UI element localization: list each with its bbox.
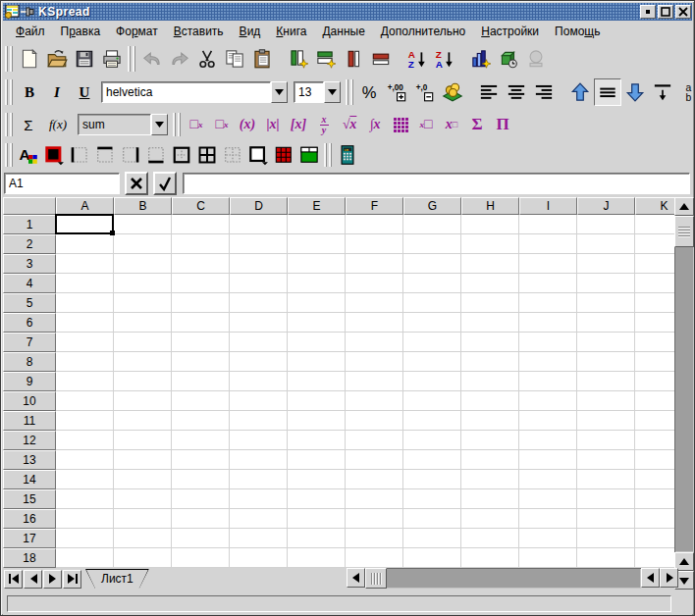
font-size-combobox[interactable]: 13: [294, 81, 341, 103]
insert-object-button[interactable]: [495, 45, 522, 73]
sort-descending-button[interactable]: ZA: [431, 45, 458, 73]
function-selector-dropdown-arrow-icon[interactable]: [151, 114, 168, 135]
new-document-button[interactable]: [16, 45, 43, 73]
border-none-button[interactable]: [220, 142, 245, 168]
confirm-button[interactable]: [153, 172, 177, 195]
column-header-F[interactable]: F: [346, 197, 403, 215]
column-header-B[interactable]: B: [114, 197, 172, 215]
square-root-template-button[interactable]: √x: [337, 112, 362, 137]
last-sheet-button[interactable]: [63, 570, 81, 589]
border-bottom-button[interactable]: [143, 142, 169, 168]
toolbar-handle[interactable]: [346, 79, 353, 106]
align-center-button[interactable]: [503, 78, 530, 106]
toolbar-handle[interactable]: [324, 143, 332, 166]
font-color-button[interactable]: A: [16, 142, 41, 168]
row-header-7[interactable]: 7: [3, 333, 56, 352]
row-header-15[interactable]: 15: [3, 489, 56, 509]
insert-row-button[interactable]: [312, 45, 340, 73]
fill-handle[interactable]: [110, 231, 115, 235]
row-header-9[interactable]: 9: [3, 372, 56, 391]
background-color-button[interactable]: [296, 142, 322, 168]
row-header-5[interactable]: 5: [3, 293, 56, 313]
menu-вид[interactable]: Вид: [233, 23, 268, 40]
row-header-6[interactable]: 6: [3, 313, 56, 333]
column-header-J[interactable]: J: [577, 197, 635, 215]
row-header-3[interactable]: 3: [3, 254, 56, 274]
italic-button[interactable]: I: [43, 78, 71, 106]
vertical-scroll-thumb[interactable]: [674, 216, 694, 247]
precision-minus-button[interactable]: +,0: [411, 78, 439, 106]
close-button[interactable]: [675, 5, 691, 19]
column-header-K[interactable]: K: [635, 197, 674, 215]
left-superscript-template-button[interactable]: x□: [413, 112, 439, 137]
menu-формат[interactable]: Формат: [109, 23, 165, 40]
bold-button[interactable]: B: [16, 78, 43, 106]
toolbar-handle[interactable]: [5, 79, 13, 106]
function-selector-combobox[interactable]: sum: [78, 114, 168, 135]
print-button[interactable]: [98, 45, 126, 73]
next-sheet-button[interactable]: [43, 570, 62, 589]
save-button[interactable]: [71, 45, 98, 73]
percent-button[interactable]: %: [356, 78, 384, 106]
right-superscript-template-button[interactable]: x□: [439, 112, 464, 137]
align-left-button[interactable]: [475, 78, 503, 106]
underline-button[interactable]: U: [71, 78, 98, 106]
menu-файл[interactable]: Файл: [9, 23, 52, 40]
scroll-left-button-right[interactable]: [641, 568, 660, 588]
border-style-button[interactable]: [245, 142, 271, 168]
insert-chart-button[interactable]: [467, 45, 495, 73]
formula-input[interactable]: [183, 173, 690, 194]
power-template-button[interactable]: □x: [184, 112, 209, 137]
row-header-11[interactable]: 11: [3, 411, 56, 431]
horizontal-scroll-thumb[interactable]: [365, 568, 387, 589]
matrix-template-button[interactable]: [388, 112, 413, 137]
active-cell-selection[interactable]: [55, 214, 114, 234]
border-all-button[interactable]: [194, 142, 220, 168]
product-template-button[interactable]: Π: [490, 112, 515, 137]
integral-template-button[interactable]: ∫x: [362, 112, 388, 137]
column-header-C[interactable]: C: [172, 197, 230, 215]
redo-button[interactable]: [166, 45, 193, 73]
titlebar[interactable]: KSpread: [3, 3, 692, 21]
copy-button[interactable]: [221, 45, 248, 73]
sum-template-button[interactable]: Σ: [464, 112, 490, 137]
toolbar-handle[interactable]: [5, 113, 13, 137]
fraction-template-button[interactable]: xy: [311, 112, 337, 137]
align-right-button[interactable]: [530, 78, 558, 106]
subscript-template-button[interactable]: □x: [209, 112, 235, 137]
menu-правка[interactable]: Правка: [54, 23, 108, 40]
scroll-right-button[interactable]: [660, 568, 678, 588]
paste-button[interactable]: [248, 45, 276, 73]
cell-reference-input[interactable]: [4, 173, 120, 194]
sheet-tab[interactable]: Лист1: [85, 569, 149, 589]
toolbar-handle[interactable]: [128, 46, 135, 73]
absolute-value-template-button[interactable]: |x|: [260, 112, 286, 137]
column-header-G[interactable]: G: [403, 197, 461, 215]
sort-ascending-button[interactable]: AZ: [403, 45, 431, 73]
function-selector-value[interactable]: sum: [78, 114, 151, 135]
function-wizard-button[interactable]: f(x): [41, 112, 75, 137]
column-header-H[interactable]: H: [461, 197, 519, 215]
undo-button[interactable]: [138, 45, 166, 73]
scroll-left-button[interactable]: [347, 568, 365, 588]
row-header-12[interactable]: 12: [3, 431, 56, 450]
money-format-button[interactable]: [439, 78, 466, 106]
select-all-corner[interactable]: [3, 197, 56, 215]
menu-книга[interactable]: Книга: [269, 23, 313, 40]
row-header-2[interactable]: 2: [3, 234, 56, 254]
row-header-10[interactable]: 10: [3, 391, 56, 411]
column-header-A[interactable]: A: [56, 197, 114, 215]
row-header-16[interactable]: 16: [3, 509, 56, 529]
maximize-button[interactable]: [658, 5, 673, 19]
cut-button[interactable]: [193, 45, 221, 73]
previous-sheet-button[interactable]: [24, 570, 42, 589]
font-name-dropdown-arrow-icon[interactable]: [271, 81, 288, 103]
valign-middle-button[interactable]: [594, 78, 621, 106]
cancel-button[interactable]: [125, 172, 148, 195]
row-header-17[interactable]: 17: [3, 529, 56, 548]
open-folder-button[interactable]: [43, 45, 71, 73]
border-left-button[interactable]: [67, 142, 92, 168]
app-menu-icon[interactable]: [4, 5, 20, 19]
brackets-template-button[interactable]: [x]: [286, 112, 311, 137]
toolbar-handle[interactable]: [5, 143, 13, 166]
